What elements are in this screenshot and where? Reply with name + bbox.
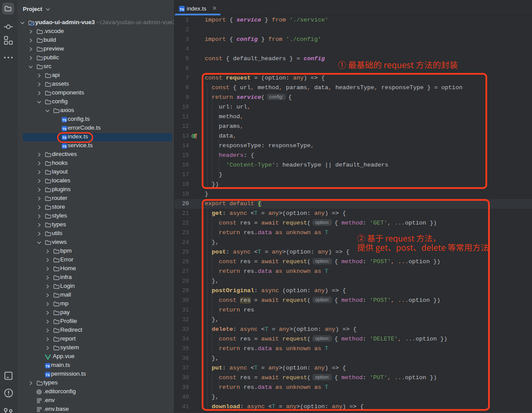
svg-text:TS: TS (62, 127, 66, 131)
svg-text:TS: TS (45, 364, 50, 368)
svg-text:TS: TS (180, 7, 184, 11)
svg-text:TS: TS (45, 373, 50, 377)
svg-text:TS: TS (62, 145, 66, 149)
svg-text:TS: TS (62, 118, 66, 122)
